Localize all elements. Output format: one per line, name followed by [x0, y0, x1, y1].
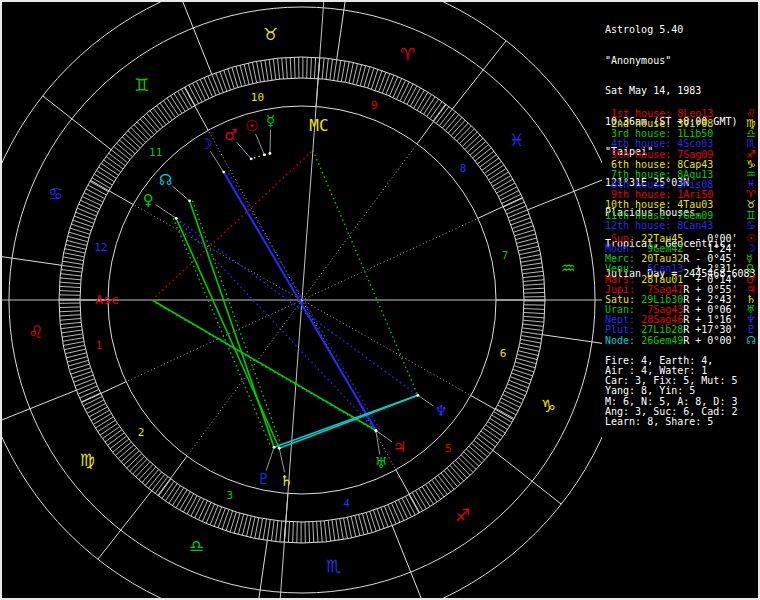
planet-row: Node: 26Gem49R + 0°00'☊: [605, 336, 737, 346]
midheaven-label: MC: [309, 116, 328, 135]
planet-marker-venu: ♀: [143, 191, 178, 220]
aspect-line-mc-nept: [313, 150, 418, 395]
chart-wheel: ♈♉♊♋♌♍♎♏♐♑♒♓123456789101112AscMC☉☽☿♀♂♃♄♅…: [2, 2, 602, 598]
info-sidebar: Astrolog 5.40 "Anonymous" Sat May 14, 19…: [602, 2, 758, 598]
sign-icon-leo: ♌: [28, 322, 43, 342]
planet-marker-nept: ♆: [416, 394, 447, 420]
aspect-line-node-satu: [192, 201, 282, 448]
planet-position-dot: [269, 152, 272, 155]
axes: [2, 2, 602, 598]
planet-position-dot: [374, 429, 377, 432]
planet-glyphs: ☉☽☿♀♂♃♄♅♆♇☊: [143, 112, 448, 490]
sign-icon-aqu: ♒: [560, 258, 575, 278]
aspect-line-venu-jupi: [176, 218, 376, 430]
house-cusp-value: 8Can43: [677, 220, 713, 231]
aspect-line-moon-uran: [229, 173, 381, 431]
planet-icon-moon: ☽: [199, 135, 212, 153]
planet-marker-node: ☊: [159, 171, 191, 202]
sign-icon-cap: ♑: [541, 396, 556, 416]
house-cusp-list: 1st house: 8Leo13♌ 2nd house: 3Vir08♍ 3r…: [605, 109, 713, 231]
planet-position-dot: [263, 153, 266, 156]
planet-position-dot: [273, 446, 276, 449]
sign-icon-sag: ♐: [455, 505, 470, 525]
house-number-1: 1: [96, 339, 103, 352]
planet-icon-node: ☊: [159, 171, 172, 189]
planet-position-dot: [250, 157, 253, 160]
planet-icon: ☊: [746, 335, 756, 346]
aspect-line-sun-mars: [251, 155, 264, 159]
house-number-11: 11: [149, 146, 162, 159]
house-number-10: 10: [251, 91, 264, 104]
chart-date: Sat May 14, 1983: [605, 86, 756, 96]
sign-icon-lib: ♎: [189, 536, 204, 556]
planet-position-dot: [278, 447, 281, 450]
house-number-6: 6: [500, 347, 507, 360]
planet-icon-plut: ♇: [257, 470, 270, 488]
house-number-2: 2: [138, 426, 145, 439]
aspect-line-venu-satu: [176, 218, 279, 448]
sign-icon-pis: ♓: [509, 130, 524, 150]
house-number-4: 4: [343, 497, 350, 510]
planet-marker-moon: ☽: [199, 135, 225, 174]
house-label: 12th house:: [605, 220, 677, 231]
planet-position-dot: [188, 199, 191, 202]
house-number-12: 12: [94, 241, 107, 254]
stat-line: Learn: 8, Share: 5: [605, 417, 737, 427]
sign-icon-can: ♋: [48, 184, 63, 204]
planet-position-dot: [222, 171, 225, 174]
planet-position-value: 26Gem49: [641, 335, 683, 346]
sign-icon-vir: ♍: [80, 450, 95, 470]
planet-label: Node:: [605, 335, 641, 346]
planet-marker-merc: ☿: [266, 112, 275, 155]
astrolog-window: ♈♉♊♋♌♍♎♏♐♑♒♓123456789101112AscMC☉☽☿♀♂♃♄♅…: [0, 0, 760, 600]
planet-position-dot: [175, 217, 178, 220]
ascendant-label: Asc: [95, 292, 118, 307]
house-row: 12th house: 8Can43♋: [605, 221, 713, 231]
house-number-5: 5: [445, 442, 452, 455]
app-title: Astrolog 5.40: [605, 25, 756, 35]
planet-icon-jupi: ♃: [393, 438, 406, 456]
house-number-3: 3: [227, 489, 234, 502]
planet-icon-sun: ☉: [245, 117, 258, 135]
aspect-line-asc-mc: [152, 150, 313, 300]
planet-icon-mars: ♂: [224, 126, 237, 144]
planet-marker-sun: ☉: [245, 117, 265, 157]
house-number-7: 7: [502, 249, 509, 262]
element-stats: Fire: 4, Earth: 4,Air : 4, Water: 1Car: …: [605, 356, 737, 427]
planet-marker-uran: ♅: [374, 429, 387, 472]
sign-icon-sco: ♏: [326, 556, 341, 576]
house-number-9: 9: [371, 99, 378, 112]
planet-icon-uran: ♅: [374, 454, 387, 472]
planet-marker-plut: ♇: [257, 446, 276, 488]
planet-icon-merc: ☿: [266, 112, 275, 130]
planet-icon-venu: ♀: [143, 191, 154, 209]
sign-icon-ari: ♈: [400, 44, 415, 64]
planet-icon-satu: ♄: [280, 472, 293, 490]
planet-position-dot: [416, 394, 419, 397]
aspect-lines: [152, 150, 418, 448]
sign-icon-gem: ♊: [134, 75, 149, 95]
planet-latitude: + 0°00': [689, 335, 737, 346]
house-number-8: 8: [460, 162, 467, 175]
sign-icon-tau: ♉: [263, 24, 278, 44]
chart-name: "Anonymous": [605, 56, 756, 66]
planet-position-list: Sun: 22Tau45 - 0°00'☉Moon: 9Gem42 - 1°24…: [605, 234, 737, 346]
planet-icon-nept: ♆: [434, 402, 447, 420]
sign-icon: ♋: [746, 220, 756, 231]
